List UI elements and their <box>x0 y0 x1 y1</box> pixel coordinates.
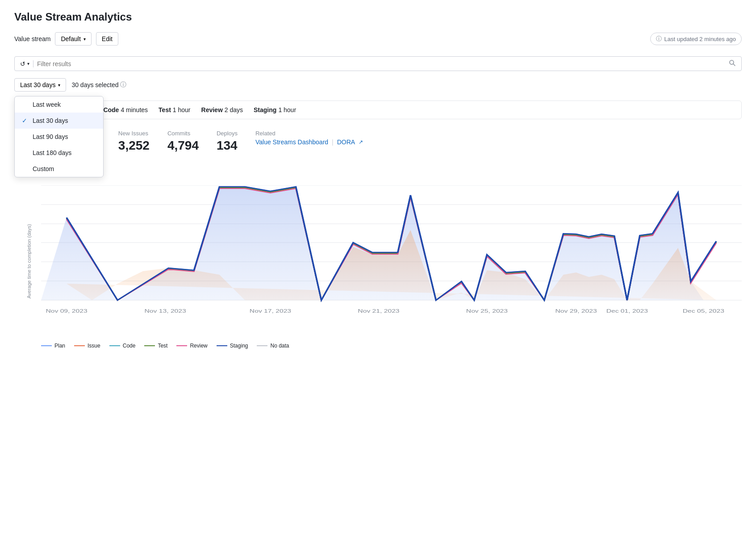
page-title: Value Stream Analytics <box>14 11 742 23</box>
commits-item: Commits 4,794 <box>167 130 199 153</box>
chevron-down-icon: ▾ <box>27 61 29 66</box>
deploys-value: 134 <box>217 138 238 153</box>
svg-text:Nov 29, 2023: Nov 29, 2023 <box>556 308 597 314</box>
legend-test-line <box>144 345 155 346</box>
last-updated-badge: ⓘ Last updated 2 minutes ago <box>650 33 742 45</box>
legend-staging-line <box>217 345 227 346</box>
svg-text:Nov 21, 2023: Nov 21, 2023 <box>358 308 399 314</box>
chart-inner: 0 100 200 300 400 500 600 700 <box>41 185 742 319</box>
stage-staging: Staging 1 hour <box>254 106 296 113</box>
date-range-menu: Last week ✓ Last 30 days Last 90 days La… <box>14 96 104 177</box>
top-bar-left: Value stream Default ▾ Edit <box>14 32 118 46</box>
legend-no-data-line <box>257 345 267 346</box>
svg-text:Dec 01, 2023: Dec 01, 2023 <box>606 308 648 314</box>
related-section: Related Value Streams Dashboard | DORA ↗ <box>255 130 363 146</box>
last-updated-text: Last updated 2 minutes ago <box>664 36 736 42</box>
new-issues-item: New Issues 3,252 <box>118 130 150 153</box>
commits-value: 4,794 <box>167 138 199 153</box>
svg-text:Nov 13, 2023: Nov 13, 2023 <box>145 308 186 314</box>
stage-test: Test 1 hour <box>159 106 190 113</box>
legend-test: Test <box>144 343 167 349</box>
edit-button[interactable]: Edit <box>96 32 118 46</box>
chart-y-axis-label: Average time to completion (days) <box>26 224 32 299</box>
summary-section: L 52.6 days 11 days New Issues 3,252 Com… <box>14 130 742 153</box>
legend-issue-line <box>74 345 85 346</box>
legend-plan: Plan <box>41 343 65 349</box>
stage-code: Code 4 minutes <box>103 106 148 113</box>
total-time-section-title: Total time ⓘ <box>14 167 742 176</box>
info-icon: ⓘ <box>120 81 126 89</box>
value-streams-dashboard-link[interactable]: Value Streams Dashboard <box>255 138 328 146</box>
stages-metrics-row: weeks Issue 1 minute Code 4 minutes Test… <box>14 101 742 119</box>
legend-plan-line <box>41 345 52 346</box>
value-stream-label: Value stream <box>14 35 50 42</box>
value-stream-dropdown[interactable]: Default ▾ <box>55 32 91 46</box>
legend-staging: Staging <box>217 343 248 349</box>
dora-link[interactable]: DORA <box>337 138 355 146</box>
new-issues-value: 3,252 <box>118 138 150 153</box>
legend-code: Code <box>109 343 136 349</box>
date-range-selected: Last 30 days <box>20 81 55 88</box>
filter-input[interactable] <box>37 60 725 67</box>
related-links: Value Streams Dashboard | DORA ↗ <box>255 138 363 146</box>
filter-history-button[interactable]: ↺ ▾ <box>20 60 33 67</box>
legend-review: Review <box>176 343 207 349</box>
search-icon <box>729 59 736 68</box>
legend-code-line <box>109 345 120 346</box>
legend-no-data: No data <box>257 343 289 349</box>
legend-issue: Issue <box>74 343 100 349</box>
top-bar: Value stream Default ▾ Edit ⓘ Last updat… <box>14 32 742 46</box>
days-selected-label: 30 days selected ⓘ <box>71 81 126 89</box>
date-range-row: Last 30 days ▾ 30 days selected ⓘ Last w… <box>14 78 742 92</box>
info-circle-icon: ⓘ <box>656 35 662 43</box>
chart-legend: Plan Issue Code Test Review Staging No d… <box>41 343 742 349</box>
stage-review: Review 2 days <box>201 106 243 113</box>
menu-item-last-90-days[interactable]: Last 90 days <box>15 129 103 145</box>
deploys-item: Deploys 134 <box>217 130 238 153</box>
filter-bar: ↺ ▾ <box>14 56 742 71</box>
svg-text:Nov 09, 2023: Nov 09, 2023 <box>46 308 87 314</box>
svg-line-1 <box>733 64 735 66</box>
menu-item-last-180-days[interactable]: Last 180 days <box>15 145 103 161</box>
chart-container: Average time to completion (days) 0 100 … <box>14 185 742 337</box>
svg-text:Nov 25, 2023: Nov 25, 2023 <box>466 308 508 314</box>
value-stream-selected: Default <box>61 35 80 42</box>
svg-text:Dec 05, 2023: Dec 05, 2023 <box>683 308 724 314</box>
date-range-dropdown[interactable]: Last 30 days ▾ <box>14 78 66 92</box>
menu-item-custom[interactable]: Custom <box>15 161 103 177</box>
menu-item-last-30-days[interactable]: ✓ Last 30 days <box>15 113 103 129</box>
menu-item-last-week[interactable]: Last week <box>15 96 103 113</box>
svg-text:Nov 17, 2023: Nov 17, 2023 <box>250 308 291 314</box>
history-icon: ↺ <box>20 60 25 67</box>
chevron-down-icon: ▾ <box>84 37 86 42</box>
external-link-icon: ↗ <box>359 139 363 145</box>
chevron-down-icon: ▾ <box>58 83 60 88</box>
legend-review-line <box>176 345 187 346</box>
chart-svg: 0 100 200 300 400 500 600 700 <box>41 185 742 319</box>
